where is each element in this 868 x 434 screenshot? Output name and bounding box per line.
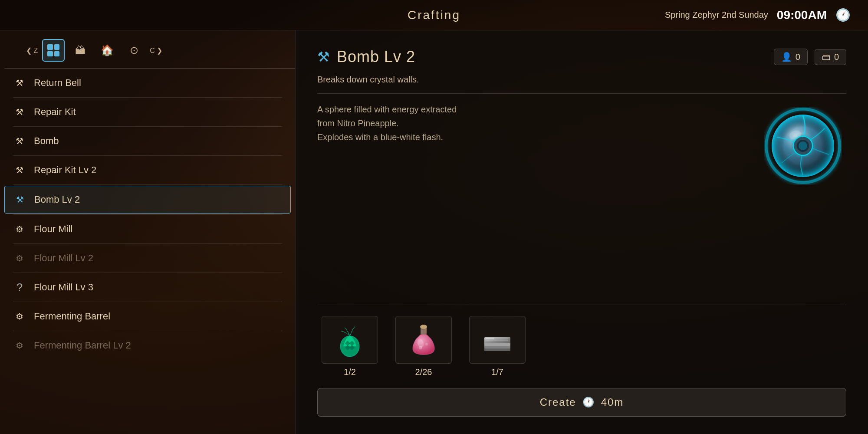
inventory-icon: 👤 xyxy=(781,52,792,62)
landscape-icon: 🏔 xyxy=(75,44,85,56)
craft-icon-bomb-lv2: ⚒ xyxy=(13,193,26,206)
divider-4 xyxy=(13,184,282,185)
svg-point-6 xyxy=(799,141,807,150)
divider-8 xyxy=(13,302,282,302)
tab-house[interactable]: 🏠 xyxy=(96,39,118,62)
storage-icon: 🗃 xyxy=(822,52,831,62)
tab-landscape[interactable]: 🏔 xyxy=(69,39,92,62)
topbar: Crafting Spring Zephyr 2nd Sunday 09:00A… xyxy=(0,0,868,30)
bomb-svg xyxy=(764,107,842,185)
divider-1 xyxy=(13,97,282,98)
prev-label: ❮ Z xyxy=(26,46,38,55)
ingredients-row: 1/2 xyxy=(317,316,846,377)
tab-grid[interactable] xyxy=(42,39,65,62)
storage-count-badge: 🗃 0 xyxy=(815,49,846,65)
list-item-flour-mill-lv3[interactable]: ? Flour Mill Lv 3 xyxy=(4,274,291,301)
question-icon-flour-mill-lv3: ? xyxy=(13,281,26,294)
list-item-flour-mill-lv2[interactable]: ⚙ Flour Mill Lv 2 xyxy=(4,245,291,272)
ingredients-section: 1/2 xyxy=(317,305,846,417)
potion-svg xyxy=(404,322,443,357)
divider-2 xyxy=(13,126,282,127)
list-item-label-flour-mill-lv2: Flour Mill Lv 2 xyxy=(34,253,93,264)
desc-long: A sphere filled with energy extracted fr… xyxy=(317,102,746,144)
create-time: 40m xyxy=(601,396,624,408)
menu-icon: ⊙ xyxy=(130,44,138,56)
list-item-bomb[interactable]: ⚒ Bomb xyxy=(4,128,291,155)
list-item-label-repair-kit-lv2: Repair Kit Lv 2 xyxy=(34,164,96,176)
tab-bar: ❮ Z 🏔 🏠 ⊙ C ❯ xyxy=(0,39,295,68)
ingredient-img-metal-plate xyxy=(469,316,526,364)
list-item-repair-kit[interactable]: ⚒ Repair Kit xyxy=(4,99,291,125)
svg-point-11 xyxy=(420,325,427,329)
svg-rect-21 xyxy=(486,338,494,339)
divider-9 xyxy=(13,331,282,331)
main-layout: ❮ Z 🏔 🏠 ⊙ C ❯ xyxy=(0,30,868,434)
inventory-count-badge: 👤 0 xyxy=(774,49,808,65)
detail-body: A sphere filled with energy extracted fr… xyxy=(317,102,846,296)
divider-3 xyxy=(13,155,282,156)
ingredient-count-pink-potion: 2/26 xyxy=(415,367,432,377)
grid-icon xyxy=(47,44,59,56)
list-item-fermenting-barrel-lv2[interactable]: ⚙ Fermenting Barrel Lv 2 xyxy=(4,332,291,359)
create-label: Create xyxy=(540,396,576,408)
create-clock-icon: 🕐 xyxy=(582,397,595,408)
list-item-fermenting-barrel[interactable]: ⚙ Fermenting Barrel xyxy=(4,303,291,330)
list-item-return-bell[interactable]: ⚒ Return Bell xyxy=(4,69,291,96)
detail-craft-icon: ⚒ xyxy=(317,49,330,65)
ingredient-img-pink-potion xyxy=(395,316,452,364)
item-image xyxy=(760,102,846,189)
craft-icon-flour-mill: ⚙ xyxy=(13,223,26,236)
list-item-label-repair-kit: Repair Kit xyxy=(34,106,76,118)
list-item-flour-mill[interactable]: ⚙ Flour Mill xyxy=(4,216,291,243)
tab-next-button[interactable]: C ❯ xyxy=(150,46,162,55)
tab-menu[interactable]: ⊙ xyxy=(123,39,145,62)
list-item-label-flour-mill: Flour Mill xyxy=(34,224,72,235)
divider-6 xyxy=(13,243,282,244)
craft-icon-fermenting-barrel: ⚙ xyxy=(13,310,26,323)
craft-icon-repair-kit: ⚒ xyxy=(13,105,26,118)
list-item-label-bomb-lv2: Bomb Lv 2 xyxy=(34,194,80,205)
clock-face-icon: 🕐 xyxy=(835,8,851,22)
page-title: Crafting xyxy=(408,8,460,22)
detail-title: Bomb Lv 2 xyxy=(337,48,415,66)
ingredient-img-nitro-pineapple xyxy=(322,316,378,364)
list-item-label-fermenting-barrel-lv2: Fermenting Barrel Lv 2 xyxy=(34,340,131,351)
ingredient-pink-potion: 2/26 xyxy=(391,316,456,377)
detail-header: ⚒ Bomb Lv 2 👤 0 🗃 0 xyxy=(317,48,846,66)
item-list: ⚒ Return Bell ⚒ Repair Kit ⚒ Bomb xyxy=(0,69,295,425)
divider-7 xyxy=(13,273,282,273)
detail-counts: 👤 0 🗃 0 xyxy=(774,49,846,65)
craft-icon-repair-kit-lv2: ⚒ xyxy=(13,164,26,177)
list-item-label-bomb: Bomb xyxy=(34,135,59,147)
list-item-bomb-lv2[interactable]: ⚒ Bomb Lv 2 xyxy=(4,186,291,214)
create-button[interactable]: Create 🕐 40m xyxy=(317,388,846,417)
storage-count: 0 xyxy=(834,52,839,62)
desc-short: Breaks down crystal walls. xyxy=(317,75,846,94)
list-item-repair-kit-lv2[interactable]: ⚒ Repair Kit Lv 2 xyxy=(4,157,291,184)
list-item-label-fermenting-barrel: Fermenting Barrel xyxy=(34,311,110,322)
ingredient-metal-plate: 1/7 xyxy=(465,316,530,377)
divider-5 xyxy=(13,214,282,215)
desc-long-text: A sphere filled with energy extracted fr… xyxy=(317,105,457,142)
craft-icon-return-bell: ⚒ xyxy=(13,76,26,89)
tab-prev-button[interactable]: ❮ Z xyxy=(26,46,38,55)
plate-svg xyxy=(478,322,517,357)
ingredient-nitro-pineapple: 1/2 xyxy=(317,316,382,377)
house-icon: 🏠 xyxy=(101,44,114,56)
ingredient-count-metal-plate: 1/7 xyxy=(491,367,503,377)
craft-icon-flour-mill-lv2: ⚙ xyxy=(13,252,26,265)
inventory-count: 0 xyxy=(796,52,800,62)
left-panel: ❮ Z 🏔 🏠 ⊙ C ❯ xyxy=(0,30,295,434)
craft-icon-fermenting-barrel-lv2: ⚙ xyxy=(13,339,26,352)
craft-icon-bomb: ⚒ xyxy=(13,135,26,148)
list-item-label-flour-mill-lv3: Flour Mill Lv 3 xyxy=(34,282,93,293)
list-item-label-return-bell: Return Bell xyxy=(34,77,81,89)
svg-point-13 xyxy=(419,346,422,349)
pineapple-svg xyxy=(330,322,369,357)
right-panel: ⚒ Bomb Lv 2 👤 0 🗃 0 Breaks down crystal … xyxy=(295,30,868,434)
svg-point-14 xyxy=(425,343,428,345)
next-label: C ❯ xyxy=(150,46,162,55)
time-label: 09:00AM xyxy=(777,8,827,22)
datetime-label: Spring Zephyr 2nd Sunday xyxy=(665,10,768,20)
topbar-right: Spring Zephyr 2nd Sunday 09:00AM 🕐 xyxy=(665,8,851,22)
